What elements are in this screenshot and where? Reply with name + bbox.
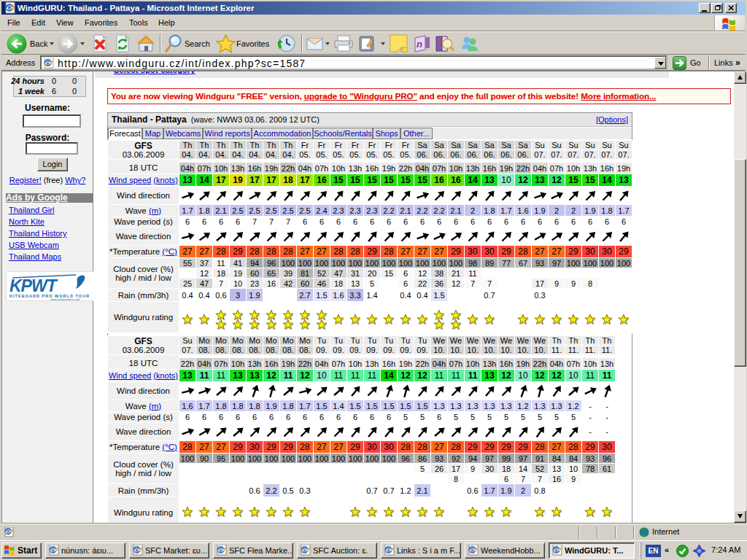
svg-text:KPWT: KPWT — [9, 276, 58, 295]
svg-text:n: n — [417, 39, 422, 50]
svg-text:www.kiteboardpro.com: www.kiteboardpro.com — [50, 298, 80, 300]
